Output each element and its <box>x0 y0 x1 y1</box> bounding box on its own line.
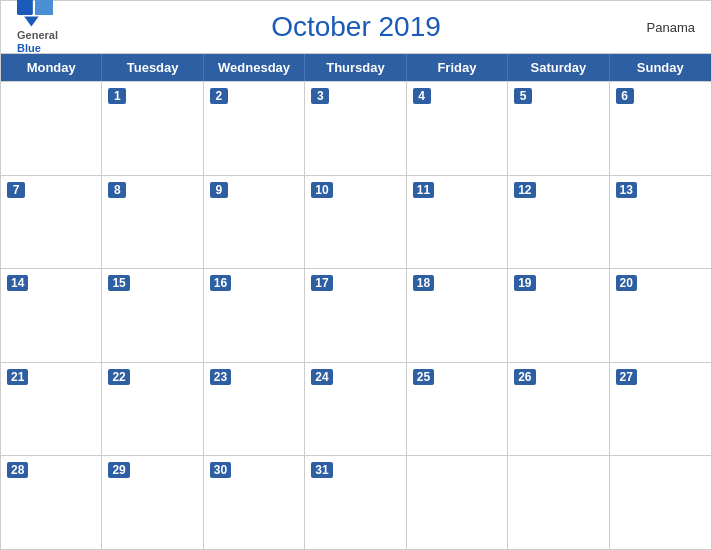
day-number-20: 20 <box>616 275 637 291</box>
svg-rect-0 <box>17 0 33 15</box>
day-cell-23: 23 <box>204 363 305 456</box>
day-cell-28: 28 <box>1 456 102 549</box>
empty-cell-w4-d5 <box>508 456 609 549</box>
day-cell-11: 11 <box>407 176 508 269</box>
week-row-1: 123456 <box>1 81 711 175</box>
day-number-9: 9 <box>210 182 228 198</box>
empty-cell-w0-d0 <box>1 82 102 175</box>
week-row-4: 21222324252627 <box>1 362 711 456</box>
day-number-24: 24 <box>311 369 332 385</box>
day-cell-4: 4 <box>407 82 508 175</box>
day-cell-17: 17 <box>305 269 406 362</box>
day-cell-27: 27 <box>610 363 711 456</box>
day-cell-26: 26 <box>508 363 609 456</box>
day-cell-3: 3 <box>305 82 406 175</box>
header-saturday: Saturday <box>508 54 609 81</box>
svg-marker-2 <box>24 16 38 26</box>
day-cell-1: 1 <box>102 82 203 175</box>
day-number-1: 1 <box>108 88 126 104</box>
day-cell-13: 13 <box>610 176 711 269</box>
day-headers: Monday Tuesday Wednesday Thursday Friday… <box>1 54 711 81</box>
country-label: Panama <box>647 20 695 35</box>
day-cell-19: 19 <box>508 269 609 362</box>
day-number-15: 15 <box>108 275 129 291</box>
logo-blue-text: Blue <box>17 42 41 55</box>
day-number-22: 22 <box>108 369 129 385</box>
day-cell-24: 24 <box>305 363 406 456</box>
day-number-27: 27 <box>616 369 637 385</box>
day-number-23: 23 <box>210 369 231 385</box>
day-cell-18: 18 <box>407 269 508 362</box>
day-number-3: 3 <box>311 88 329 104</box>
header-sunday: Sunday <box>610 54 711 81</box>
day-cell-14: 14 <box>1 269 102 362</box>
day-number-16: 16 <box>210 275 231 291</box>
day-cell-2: 2 <box>204 82 305 175</box>
day-cell-7: 7 <box>1 176 102 269</box>
svg-marker-1 <box>35 0 53 15</box>
day-number-18: 18 <box>413 275 434 291</box>
logo-general-text: General <box>17 29 58 42</box>
header-tuesday: Tuesday <box>102 54 203 81</box>
calendar-container: General Blue October 2019 Panama Monday … <box>0 0 712 550</box>
day-number-5: 5 <box>514 88 532 104</box>
day-cell-9: 9 <box>204 176 305 269</box>
day-number-28: 28 <box>7 462 28 478</box>
day-cell-6: 6 <box>610 82 711 175</box>
day-number-31: 31 <box>311 462 332 478</box>
day-number-4: 4 <box>413 88 431 104</box>
day-cell-5: 5 <box>508 82 609 175</box>
header-friday: Friday <box>407 54 508 81</box>
week-row-3: 14151617181920 <box>1 268 711 362</box>
header-wednesday: Wednesday <box>204 54 305 81</box>
day-number-11: 11 <box>413 182 434 198</box>
day-cell-22: 22 <box>102 363 203 456</box>
day-number-17: 17 <box>311 275 332 291</box>
header-monday: Monday <box>1 54 102 81</box>
day-number-29: 29 <box>108 462 129 478</box>
day-cell-31: 31 <box>305 456 406 549</box>
header-thursday: Thursday <box>305 54 406 81</box>
day-number-30: 30 <box>210 462 231 478</box>
empty-cell-w4-d6 <box>610 456 711 549</box>
day-number-13: 13 <box>616 182 637 198</box>
day-number-6: 6 <box>616 88 634 104</box>
day-cell-20: 20 <box>610 269 711 362</box>
calendar-weeks: 1234567891011121314151617181920212223242… <box>1 81 711 549</box>
day-number-19: 19 <box>514 275 535 291</box>
logo-area: General Blue <box>17 0 58 55</box>
week-row-5: 28293031 <box>1 455 711 549</box>
calendar-grid: Monday Tuesday Wednesday Thursday Friday… <box>1 53 711 549</box>
empty-cell-w4-d4 <box>407 456 508 549</box>
day-number-14: 14 <box>7 275 28 291</box>
day-cell-25: 25 <box>407 363 508 456</box>
day-cell-30: 30 <box>204 456 305 549</box>
general-blue-logo <box>17 0 53 27</box>
day-cell-8: 8 <box>102 176 203 269</box>
day-cell-10: 10 <box>305 176 406 269</box>
day-number-21: 21 <box>7 369 28 385</box>
day-cell-29: 29 <box>102 456 203 549</box>
week-row-2: 78910111213 <box>1 175 711 269</box>
day-number-10: 10 <box>311 182 332 198</box>
day-cell-12: 12 <box>508 176 609 269</box>
day-cell-16: 16 <box>204 269 305 362</box>
calendar-header: General Blue October 2019 Panama <box>1 1 711 53</box>
day-number-7: 7 <box>7 182 25 198</box>
day-number-12: 12 <box>514 182 535 198</box>
month-title: October 2019 <box>271 11 441 43</box>
day-number-2: 2 <box>210 88 228 104</box>
day-number-8: 8 <box>108 182 126 198</box>
day-cell-21: 21 <box>1 363 102 456</box>
day-cell-15: 15 <box>102 269 203 362</box>
day-number-25: 25 <box>413 369 434 385</box>
day-number-26: 26 <box>514 369 535 385</box>
